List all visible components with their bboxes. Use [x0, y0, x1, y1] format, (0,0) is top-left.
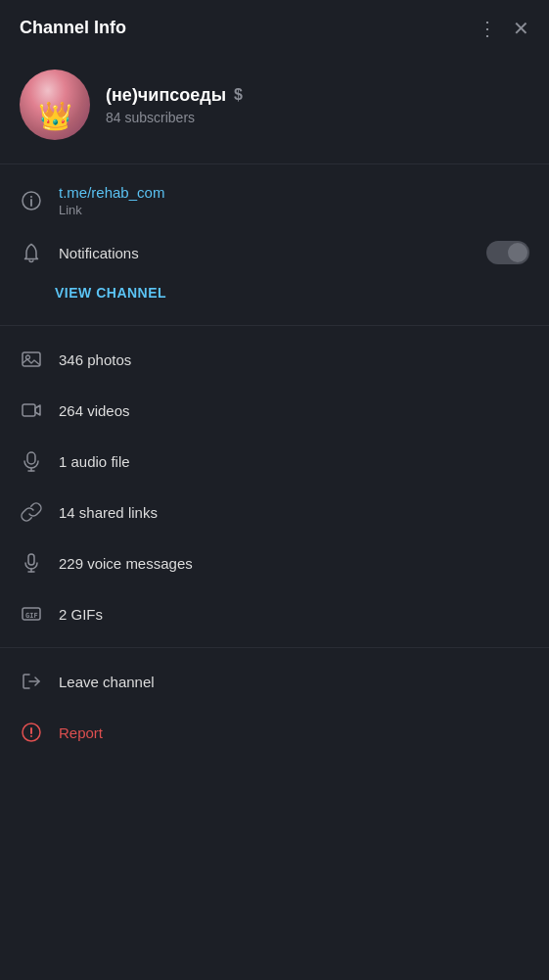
close-icon[interactable]: ✕: [513, 19, 529, 38]
more-options-icon[interactable]: ⋮: [478, 19, 497, 38]
channel-name: (не)чипсоеды: [106, 85, 226, 106]
links-label: 14 shared links: [59, 504, 158, 521]
videos-label: 264 videos: [59, 402, 130, 419]
header-title: Channel Info: [20, 18, 126, 38]
profile-section: 👑 (не)чипсоеды $ 84 subscribers: [0, 54, 549, 163]
audio-icon: [20, 449, 43, 473]
svg-rect-6: [27, 452, 35, 464]
report-label: Report: [59, 724, 103, 741]
photos-label: 346 photos: [59, 351, 131, 368]
gif-row[interactable]: GIF 2 GIFs: [0, 588, 549, 639]
shared-links-row[interactable]: 14 shared links: [0, 487, 549, 537]
link-content: t.me/rehab_com Link: [59, 184, 529, 217]
subscriber-count: 84 subscribers: [106, 110, 243, 125]
actions-section: Leave channel Report: [0, 648, 549, 766]
link-label: Link: [59, 203, 529, 217]
svg-rect-9: [28, 554, 34, 565]
view-channel-button[interactable]: VIEW CHANNEL: [55, 285, 166, 301]
videos-icon: [20, 398, 43, 422]
link-section: t.me/rehab_com Link Notifications VIEW C…: [0, 164, 549, 325]
report-row[interactable]: Report: [0, 707, 549, 758]
report-icon: [20, 721, 43, 744]
svg-point-2: [30, 196, 32, 198]
profile-name: (не)чипсоеды $: [106, 85, 243, 106]
leave-channel-row[interactable]: Leave channel: [0, 656, 549, 707]
photos-row[interactable]: 346 photos: [0, 334, 549, 385]
svg-text:GIF: GIF: [25, 612, 38, 620]
svg-point-17: [30, 735, 32, 737]
profile-info: (не)чипсоеды $ 84 subscribers: [106, 85, 243, 125]
voice-icon: [20, 551, 43, 575]
bell-icon: [20, 241, 43, 264]
notifications-label: Notifications: [59, 245, 471, 261]
voice-label: 229 voice messages: [59, 555, 193, 572]
leave-icon: [20, 670, 43, 693]
header-actions: ⋮ ✕: [478, 19, 529, 38]
avatar-image: 👑: [20, 70, 90, 140]
svg-rect-5: [23, 404, 35, 416]
notifications-row: Notifications: [0, 229, 549, 276]
voice-row[interactable]: 229 voice messages: [0, 537, 549, 588]
audio-row[interactable]: 1 audio file: [0, 436, 549, 487]
dollar-icon: $: [234, 86, 243, 104]
notifications-toggle[interactable]: [486, 241, 529, 264]
leave-channel-label: Leave channel: [59, 674, 155, 690]
media-section: 346 photos 264 videos 1 audio file: [0, 326, 549, 647]
gif-icon: GIF: [20, 602, 43, 626]
svg-point-4: [26, 355, 30, 359]
audio-label: 1 audio file: [59, 453, 130, 470]
links-icon: [20, 500, 43, 524]
gif-label: 2 GIFs: [59, 606, 103, 623]
info-icon: [20, 189, 43, 212]
link-url: t.me/rehab_com: [59, 184, 529, 201]
videos-row[interactable]: 264 videos: [0, 385, 549, 436]
svg-rect-3: [23, 352, 40, 366]
avatar-crown-icon: 👑: [38, 100, 72, 132]
toggle-knob: [508, 243, 527, 262]
avatar: 👑: [20, 70, 90, 140]
link-row[interactable]: t.me/rehab_com Link: [0, 172, 549, 229]
view-channel-section: VIEW CHANNEL: [0, 276, 549, 317]
channel-info-header: Channel Info ⋮ ✕: [0, 0, 549, 54]
photos-icon: [20, 348, 43, 371]
